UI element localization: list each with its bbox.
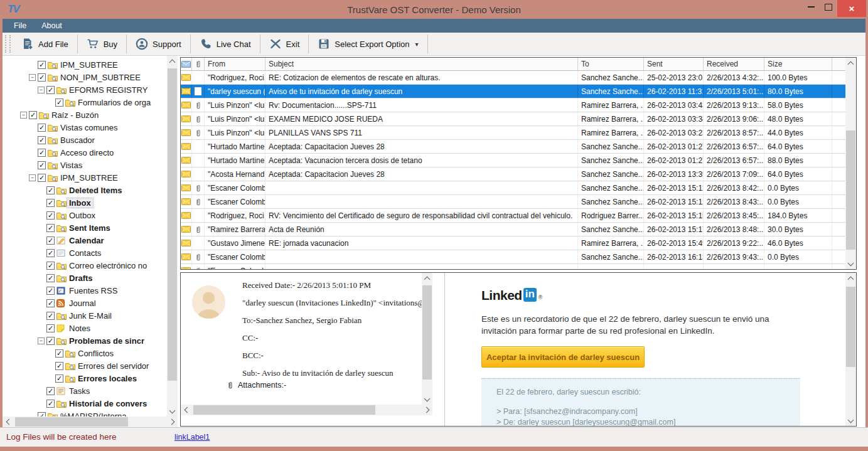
tree-vertical-scrollbar[interactable] [167, 56, 178, 417]
mail-row[interactable]: "Hurtado Martine...Aceptada: Capacitacio… [181, 140, 845, 154]
tree-item-sent-items[interactable]: ✓Sent Items [3, 221, 167, 234]
tree-item-historial-de-convers[interactable]: ✓Historial de convers [3, 397, 167, 410]
toolbar-button-live-chat[interactable]: Live Chat [191, 33, 260, 55]
toolbar-button-add-file[interactable]: Add File [13, 33, 77, 55]
tree-checkbox[interactable]: ✓ [38, 124, 46, 132]
scrollbar-thumb[interactable] [193, 405, 375, 415]
tree-item-ipm-subtree[interactable]: ✓IPM_SUBTREE [3, 58, 167, 71]
scroll-left-icon[interactable] [181, 405, 191, 415]
mail-row[interactable]: "Ramirez Barrera,...Acta de ReuniónSanch… [181, 223, 845, 236]
tree-item-conflictos[interactable]: ✓Conflictos [3, 347, 167, 359]
maximize-button[interactable] [820, 0, 837, 14]
tree-checkbox[interactable]: ✓ [46, 262, 55, 270]
mail-row[interactable]: "Escaner Colomb...Sanchez Sanche...26-02… [181, 250, 845, 264]
column-header-received[interactable]: Received [704, 58, 764, 70]
mail-row[interactable]: "Luis Pinzon" <lui...Rv: Documentacion..… [181, 98, 845, 112]
preview-left-horizontal-scrollbar[interactable] [181, 405, 432, 415]
tree-checkbox[interactable]: ✓ [46, 186, 55, 194]
tree-checkbox[interactable]: ✓ [46, 324, 55, 332]
tree-item-formularios-de-orga[interactable]: ✓Formularios de orga [3, 96, 167, 109]
tree-item-outbox[interactable]: ✓Outbox [3, 209, 167, 221]
menu-file[interactable]: File [14, 21, 26, 30]
tree-item-acceso-directo[interactable]: ✓Acceso directo [3, 146, 167, 159]
tree-checkbox[interactable]: ✓ [38, 61, 46, 69]
mail-row[interactable]: "darley suescun (...Aviso de tu invitaci… [181, 85, 845, 98]
tree-checkbox[interactable]: ✓ [46, 337, 55, 345]
tree-item-tasks[interactable]: ✓Tasks [3, 385, 167, 397]
scrollbar-thumb[interactable] [846, 130, 855, 250]
tree-checkbox[interactable]: ✓ [46, 312, 55, 320]
column-header-size[interactable]: Size [764, 58, 832, 70]
scroll-down-icon[interactable] [845, 415, 856, 426]
scroll-right-icon[interactable] [422, 405, 432, 415]
toolbar-button-select-export-option[interactable]: Select Export Option▾ [309, 33, 427, 55]
toolbar-button-support[interactable]: Support [127, 33, 190, 55]
tree-checkbox[interactable]: ✓ [38, 136, 46, 144]
minimize-button[interactable] [802, 0, 820, 14]
tree-checkbox[interactable]: ✓ [29, 111, 37, 119]
tree-item-drafts[interactable]: ✓Drafts [3, 272, 167, 284]
scroll-down-icon[interactable] [422, 394, 432, 405]
mail-row[interactable]: "Gustavo Jimene...RE: jornada vacunacion… [181, 236, 845, 250]
scrollbar-thumb[interactable] [168, 68, 177, 381]
tree-item-inbox[interactable]: ✓Inbox [3, 196, 167, 209]
tree-checkbox[interactable]: ✓ [55, 362, 63, 370]
collapse-icon[interactable]: − [38, 337, 45, 344]
scroll-up-icon[interactable] [422, 273, 432, 284]
paperclip-header-icon[interactable] [192, 58, 205, 70]
column-header-from[interactable]: From [205, 58, 265, 70]
tree-item-errores-locales[interactable]: ✓Errores locales [3, 372, 167, 385]
collapse-icon[interactable]: − [38, 87, 45, 93]
scroll-left-icon[interactable] [3, 417, 13, 427]
tree-item-eforms-registry[interactable]: −✓EFORMS REGISTRY [3, 83, 167, 96]
tree-checkbox[interactable]: ✓ [46, 211, 55, 220]
scroll-right-icon[interactable] [167, 417, 178, 427]
scrollbar-thumb[interactable] [15, 417, 128, 427]
tree-checkbox[interactable]: ✓ [55, 374, 63, 383]
toolbar-button-buy[interactable]: Buy [78, 33, 126, 55]
scroll-down-icon[interactable] [167, 406, 178, 417]
tree-item-calendar[interactable]: ✓Calendar [3, 234, 167, 247]
scroll-up-icon[interactable] [845, 273, 856, 284]
tree-checkbox[interactable]: ✓ [46, 249, 55, 257]
tree-item-deleted-items[interactable]: ✓Deleted Items [3, 184, 167, 196]
tree-checkbox[interactable]: ✓ [46, 199, 55, 207]
mail-row[interactable]: "Luis Pinzon" <lui...PLANILLAS VANS SPS … [181, 126, 845, 140]
tree-item-non-ipm-subtree[interactable]: −✓NON_IPM_SUBTREE [3, 71, 167, 83]
tree-item-junk-e-mail[interactable]: ✓Junk E-Mail [3, 309, 167, 322]
tree-checkbox[interactable]: ✓ [46, 224, 55, 232]
collapse-icon[interactable]: − [29, 174, 36, 181]
tree-checkbox[interactable]: ✓ [46, 299, 55, 307]
mail-row[interactable]: "Escaner Colomb...Sanchez Sanche...26-02… [181, 181, 845, 195]
scroll-down-icon[interactable] [845, 258, 856, 269]
toolbar-button-exit[interactable]: Exit [260, 33, 309, 55]
tree-checkbox[interactable]: ✓ [55, 98, 63, 107]
log-link[interactable]: linkLabel1 [174, 433, 210, 442]
scrollbar-thumb[interactable] [422, 285, 432, 379]
tree-item-journal[interactable]: ✓Journal [3, 297, 167, 309]
mail-row[interactable]: "Escaner Colomb... [181, 264, 845, 269]
tree-checkbox[interactable]: ✓ [38, 149, 46, 157]
mail-row[interactable]: "Rodriguez, Roci...RE: Cotizacion de ele… [181, 71, 845, 85]
tree-checkbox[interactable]: ✓ [55, 349, 63, 358]
preview-left-vertical-scrollbar[interactable] [422, 273, 432, 405]
mail-row[interactable]: "Acosta Hernand...Aceptada: Capacitacion… [181, 167, 845, 181]
scrollbar-thumb[interactable] [846, 287, 855, 367]
mail-row[interactable]: "Hurtado Martine...Aceptada: Vacunacion … [181, 154, 845, 167]
menu-about[interactable]: About [41, 21, 62, 30]
tree-item-ra-z-buz-n[interactable]: −✓Raíz - Buzón [3, 109, 167, 121]
tree-item-buscador[interactable]: ✓Buscador [3, 134, 167, 146]
mail-row[interactable]: "Rodriguez, Roci...RV: Vencimiento del C… [181, 209, 845, 223]
column-header-sent[interactable]: Sent [644, 58, 704, 70]
tree-checkbox[interactable]: ✓ [38, 73, 46, 82]
close-button[interactable]: × [837, 0, 866, 17]
tree-item-fuentes-rss[interactable]: ✓Fuentes RSS [3, 284, 167, 297]
tree-item-notes[interactable]: ✓Notes [3, 322, 167, 334]
tree-checkbox[interactable]: ✓ [46, 287, 55, 295]
tree-item-problemas-de-sincr[interactable]: −✓Problemas de sincr [3, 334, 167, 347]
mail-row[interactable]: "Escaner Colomb...Sanchez Sanche...26-02… [181, 195, 845, 209]
tree-checkbox[interactable]: ✓ [38, 161, 46, 169]
tree-item-vistas[interactable]: ✓Vistas [3, 159, 167, 171]
tree-horizontal-scrollbar[interactable] [3, 417, 178, 427]
tree-item-vistas-comunes[interactable]: ✓Vistas comunes [3, 121, 167, 134]
